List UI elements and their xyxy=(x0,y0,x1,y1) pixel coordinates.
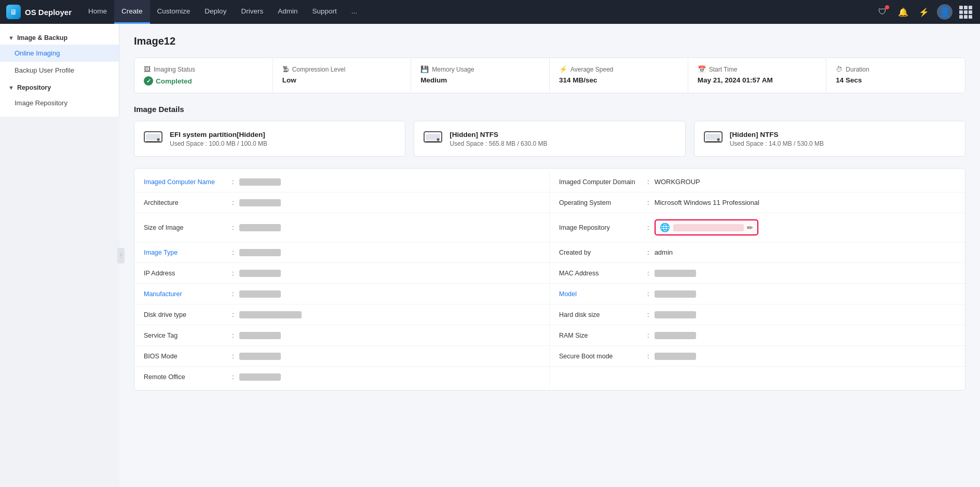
svg-rect-7 xyxy=(426,141,440,142)
details-row-0: Imaged Computer Name : Imaged Computer D… xyxy=(134,172,965,192)
stat-starttime-value: May 21, 2024 01:57 AM xyxy=(698,76,817,84)
detail-key-bios: BIOS Mode xyxy=(144,353,227,360)
detail-key-ip: IP Address xyxy=(144,270,227,277)
detail-cell-left-0: Imaged Computer Name : xyxy=(134,172,550,192)
detail-sep-0r: : xyxy=(647,178,649,186)
nav-customize[interactable]: Customize xyxy=(150,0,198,24)
detail-sep-7l: : xyxy=(232,331,234,339)
detail-cell-left-1: Architecture : xyxy=(134,192,550,213)
detail-val-service-tag xyxy=(239,332,281,339)
topbar-right: 🛡 🔔 ⚡ 👤 xyxy=(875,4,974,20)
app-name: OS Deployer xyxy=(25,8,72,17)
detail-sep-1r: : xyxy=(647,199,649,206)
sidebar-item-backup-label: Backup User Profile xyxy=(15,66,74,74)
stat-imaging-status: 🖼 Imaging Status Completed xyxy=(134,58,273,93)
partition-space-1: Used Space : 565.8 MB / 630.0 MB xyxy=(450,140,547,147)
main-content: Image12 🖼 Imaging Status Completed 🗜 Com… xyxy=(119,24,980,487)
nav-support[interactable]: Support xyxy=(305,0,344,24)
detail-val-bios xyxy=(239,353,281,360)
svg-rect-3 xyxy=(146,141,160,142)
image-details-section-title: Image Details xyxy=(134,105,965,114)
nav-home[interactable]: Home xyxy=(81,0,114,24)
details-row-6: Disk drive type : Hard disk size : xyxy=(134,304,965,325)
apps-grid-button[interactable] xyxy=(958,4,974,20)
detail-val-manufacturer xyxy=(239,290,281,298)
detail-sep-6r: : xyxy=(647,311,649,318)
sidebar-item-backup-user-profile[interactable]: Backup User Profile xyxy=(0,62,119,79)
detail-key-ram: RAM Size xyxy=(559,332,642,339)
detail-sep-5l: : xyxy=(232,290,234,298)
topbar: 🖥 OS Deployer Home Create Customize Depl… xyxy=(0,0,980,24)
stat-duration: ⏱ Duration 14 Secs xyxy=(826,58,965,93)
repo-edit-icon[interactable]: ✏ xyxy=(747,224,753,232)
lightning-icon-btn[interactable]: ⚡ xyxy=(916,4,932,20)
app-body: ▼ Image & Backup Online Imaging Backup U… xyxy=(0,24,980,487)
detail-cell-right-9 xyxy=(550,367,965,387)
nav-create[interactable]: Create xyxy=(114,0,150,24)
partition-card-1: [Hidden] NTFS Used Space : 565.8 MB / 63… xyxy=(414,121,685,157)
stat-speed-value: 314 MB/sec xyxy=(559,76,678,84)
detail-key-mac: MAC Address xyxy=(559,270,642,277)
sidebar-item-image-repository[interactable]: Image Repository xyxy=(0,94,119,112)
starttime-icon: 📅 xyxy=(698,65,706,73)
bell-icon: 🔔 xyxy=(898,7,908,17)
logo-icon: 🖥 xyxy=(6,5,21,19)
detail-cell-left-5: Manufacturer : xyxy=(134,284,550,304)
sidebar-section-image-backup[interactable]: ▼ Image & Backup xyxy=(0,29,119,45)
detail-val-architecture xyxy=(239,199,281,206)
bell-icon-btn[interactable]: 🔔 xyxy=(895,4,911,20)
sidebar-collapse-handle[interactable]: ⋮ xyxy=(117,248,125,263)
detail-sep-8r: : xyxy=(647,352,649,360)
detail-val-computer-domain: WORKGROUP xyxy=(655,178,700,186)
partition-cards: EFI system partition[Hidden] Used Space … xyxy=(134,121,965,157)
detail-key-hdd-size: Hard disk size xyxy=(559,311,642,318)
detail-val-hdd-size xyxy=(655,311,696,318)
stat-starttime-label: 📅 Start Time xyxy=(698,65,817,73)
detail-cell-left-4: IP Address : xyxy=(134,263,550,283)
detail-cell-right-8: Secure Boot mode : xyxy=(550,346,965,366)
stat-compression-level: 🗜 Compression Level Low xyxy=(273,58,412,93)
stat-memory-usage: 💾 Memory Usage Medium xyxy=(411,58,550,93)
detail-cell-right-0: Imaged Computer Domain : WORKGROUP xyxy=(550,172,965,192)
repo-field-status-icon: 🌐 xyxy=(660,222,670,232)
detail-key-computer-domain: Imaged Computer Domain xyxy=(559,178,642,186)
memory-icon: 💾 xyxy=(420,65,429,73)
shield-icon-btn[interactable]: 🛡 xyxy=(875,4,890,20)
detail-val-ip xyxy=(239,270,281,277)
app-logo[interactable]: 🖥 OS Deployer xyxy=(6,5,72,19)
stats-bar: 🖼 Imaging Status Completed 🗜 Compression… xyxy=(134,58,965,93)
detail-key-size: Size of Image xyxy=(144,224,227,231)
stat-compression-value: Low xyxy=(282,76,402,84)
nav-more[interactable]: ... xyxy=(344,0,364,24)
chevron-down-icon-2: ▼ xyxy=(8,85,14,91)
partition-name-1: [Hidden] NTFS xyxy=(450,131,547,138)
stat-imaging-status-value: Completed xyxy=(144,76,263,86)
detail-sep-8l: : xyxy=(232,352,234,360)
nav-admin[interactable]: Admin xyxy=(270,0,305,24)
partition-info-0: EFI system partition[Hidden] Used Space … xyxy=(170,131,267,147)
user-avatar[interactable]: 👤 xyxy=(937,4,952,20)
detail-cell-left-8: BIOS Mode : xyxy=(134,346,550,366)
stat-duration-value: 14 Secs xyxy=(836,76,956,84)
sidebar-item-online-imaging[interactable]: Online Imaging xyxy=(0,45,119,62)
repo-field[interactable]: 🌐 ✏ xyxy=(655,219,758,235)
partition-card-2: [Hidden] NTFS Used Space : 14.0 MB / 530… xyxy=(694,121,965,157)
nav-deploy[interactable]: Deploy xyxy=(197,0,234,24)
detail-cell-right-1: Operating System : Microsoft Windows 11 … xyxy=(550,192,965,213)
sidebar: ▼ Image & Backup Online Imaging Backup U… xyxy=(0,24,119,117)
detail-key-remote-office: Remote Office xyxy=(144,373,227,381)
partition-space-2: Used Space : 14.0 MB / 530.0 MB xyxy=(730,140,824,147)
duration-icon: ⏱ xyxy=(836,65,842,73)
details-row-5: Manufacturer : Model : xyxy=(134,284,965,304)
details-row-1: Architecture : Operating System : Micros… xyxy=(134,192,965,213)
stat-speed-label: ⚡ Average Speed xyxy=(559,65,678,73)
detail-sep-6l: : xyxy=(232,311,234,318)
nav-drivers[interactable]: Drivers xyxy=(234,0,270,24)
partition-info-2: [Hidden] NTFS Used Space : 14.0 MB / 530… xyxy=(730,131,824,147)
detail-cell-left-7: Service Tag : xyxy=(134,325,550,345)
sidebar-item-repo-label: Image Repository xyxy=(15,99,67,107)
detail-val-ram xyxy=(655,332,696,339)
sidebar-section-repository[interactable]: ▼ Repository xyxy=(0,79,119,94)
sidebar-section-2-title: Repository xyxy=(17,84,51,91)
stat-avg-speed: ⚡ Average Speed 314 MB/sec xyxy=(550,58,688,93)
